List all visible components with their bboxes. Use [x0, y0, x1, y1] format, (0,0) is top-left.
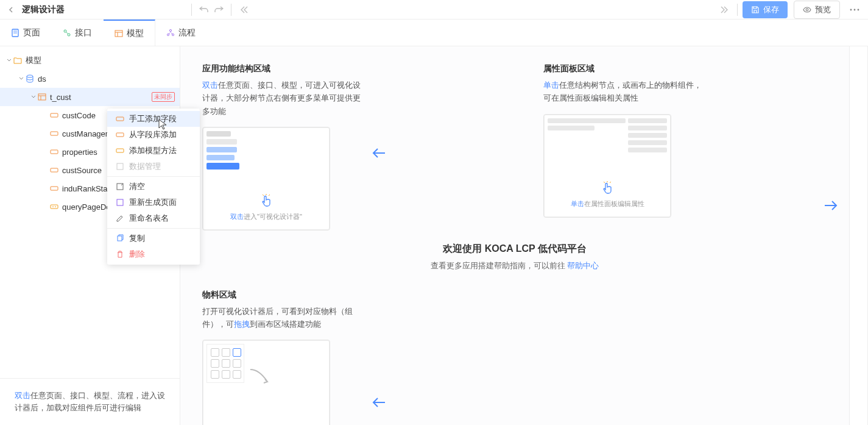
- section-title: 属性面板区域: [543, 63, 702, 74]
- cm-label: 数据管理: [129, 162, 161, 172]
- svg-rect-20: [116, 133, 124, 137]
- welcome-panel: 欢迎使用 KOCA LCP 低代码平台 查看更多应用搭建帮助指南，可以前往 帮助…: [202, 243, 827, 271]
- redo-button[interactable]: [211, 2, 226, 17]
- svg-rect-25: [118, 236, 122, 241]
- sidebar: 模型 ds t_cust 未同步 custCode custManager: [0, 46, 180, 425]
- canvas: 应用功能结构区域 双击任意页面、接口、模型，可进入可视化设计器，大部分树节点右侧…: [180, 46, 850, 425]
- drag-arrow-icon: [249, 368, 273, 387]
- collapse-out-button[interactable]: [718, 2, 732, 17]
- arrow-right-icon: [825, 200, 838, 211]
- section-title: 应用功能结构区域: [202, 63, 361, 74]
- tree-ds[interactable]: ds: [0, 70, 180, 88]
- copy-icon: [116, 234, 124, 243]
- keyword: 拖拽: [234, 320, 250, 329]
- cm-regen[interactable]: 重新生成页面: [107, 195, 200, 210]
- svg-point-8: [169, 29, 171, 31]
- tree-label: 模型: [26, 55, 175, 66]
- cm-label: 复制: [129, 234, 145, 244]
- field-icon: [50, 148, 58, 156]
- tab-label: 模型: [127, 28, 144, 39]
- tab-process[interactable]: 流程: [155, 20, 207, 46]
- section-title: 物料区域: [202, 290, 361, 301]
- topbar: 逻辑设计器 保存 预览: [0, 0, 868, 20]
- undo-button[interactable]: [197, 2, 211, 17]
- cm-clear[interactable]: 清空: [107, 179, 200, 195]
- cm-add-method[interactable]: 添加模型方法: [107, 143, 200, 159]
- svg-rect-22: [117, 163, 123, 170]
- tab-interface[interactable]: 接口: [52, 20, 104, 46]
- svg-rect-14: [51, 132, 58, 135]
- process-icon: [166, 29, 175, 37]
- save-label: 保存: [763, 4, 779, 15]
- hint-text: 任意页面、接口、模型、流程，进入设计器后，加载对应组件后可进行编辑: [15, 391, 165, 412]
- cm-copy[interactable]: 复制: [107, 230, 200, 246]
- svg-rect-19: [116, 117, 124, 121]
- svg-point-0: [806, 9, 808, 11]
- save-icon: [751, 5, 760, 14]
- database-icon: [26, 74, 34, 83]
- cm-label: 清空: [129, 182, 145, 192]
- svg-point-6: [68, 34, 70, 36]
- svg-point-11: [27, 75, 33, 77]
- cm-label: 从字段库添加: [129, 130, 177, 140]
- cm-label: 重命名表名: [129, 213, 169, 224]
- tree-table[interactable]: t_cust 未同步: [0, 88, 180, 106]
- svg-rect-12: [38, 94, 46, 100]
- svg-point-3: [858, 9, 859, 10]
- interface-icon: [63, 29, 71, 37]
- preview-button[interactable]: 预览: [794, 1, 840, 19]
- divider: [231, 4, 231, 16]
- field-icon: [50, 184, 58, 193]
- cm-delete[interactable]: 删除: [107, 246, 200, 262]
- svg-rect-16: [51, 168, 58, 172]
- field-add-icon: [116, 115, 124, 123]
- keyword: 双击: [230, 213, 244, 220]
- library-icon: [116, 130, 124, 139]
- chevron-down-icon[interactable]: [29, 93, 38, 101]
- save-button[interactable]: 保存: [743, 1, 788, 18]
- method-icon: [116, 146, 124, 155]
- tab-model[interactable]: 模型: [104, 20, 155, 46]
- tab-label: 页面: [23, 27, 40, 38]
- page-icon: [11, 29, 19, 37]
- tab-label: 接口: [75, 27, 92, 38]
- app-title: 逻辑设计器: [22, 4, 65, 15]
- cm-lib-add[interactable]: 从字段库添加: [107, 127, 200, 143]
- collapse-in-button[interactable]: [236, 2, 251, 17]
- tab-page[interactable]: 页面: [0, 20, 52, 46]
- welcome-desc: 查看更多应用搭建帮助指南，可以前往: [431, 261, 568, 270]
- eye-icon: [803, 5, 811, 14]
- cm-label: 删除: [129, 249, 145, 260]
- section-properties: 属性面板区域 单击任意结构树节点，或画布上的物料组件，可在属性面板编辑相关属性 …: [543, 63, 702, 230]
- section-materials: 物料区域 打开可视化设计器后，可看到对应物料（组件），可拖拽到画布区域搭建功能 …: [202, 290, 361, 425]
- trash-icon: [116, 250, 124, 259]
- separator: [107, 228, 200, 229]
- right-panel-collapsed[interactable]: [850, 46, 868, 425]
- cm-manual-add[interactable]: 手工添加字段: [107, 111, 200, 127]
- keyword: 单击: [571, 200, 584, 207]
- sidebar-hint: 双击任意页面、接口、模型、流程，进入设计器后，加载对应组件后可进行编辑: [0, 378, 180, 425]
- data-icon: [116, 162, 124, 171]
- unsynced-tag: 未同步: [152, 92, 175, 102]
- svg-point-2: [854, 9, 856, 10]
- regenerate-icon: [116, 198, 124, 207]
- preview-structure: 双击进入"可视化设计器": [202, 127, 330, 230]
- tab-row: 页面 接口 模型 流程: [0, 20, 868, 46]
- cm-rename[interactable]: 重命名表名: [107, 210, 200, 226]
- svg-point-1: [850, 9, 852, 10]
- keyword: 单击: [543, 81, 559, 90]
- tree-label: ds: [38, 74, 175, 84]
- more-button[interactable]: [846, 1, 863, 18]
- cm-label: 手工添加字段: [129, 114, 177, 124]
- clear-icon: [116, 182, 124, 191]
- folder-icon: [13, 56, 22, 65]
- chevron-down-icon[interactable]: [17, 74, 26, 83]
- tab-label: 流程: [178, 27, 196, 38]
- help-center-link[interactable]: 帮助中心: [567, 261, 599, 270]
- tree-root[interactable]: 模型: [0, 51, 180, 70]
- back-button[interactable]: [5, 4, 17, 16]
- cm-label: 添加模型方法: [129, 146, 177, 156]
- chevron-down-icon[interactable]: [5, 56, 13, 65]
- pointer-icon: [261, 194, 272, 207]
- method-icon: [50, 202, 58, 211]
